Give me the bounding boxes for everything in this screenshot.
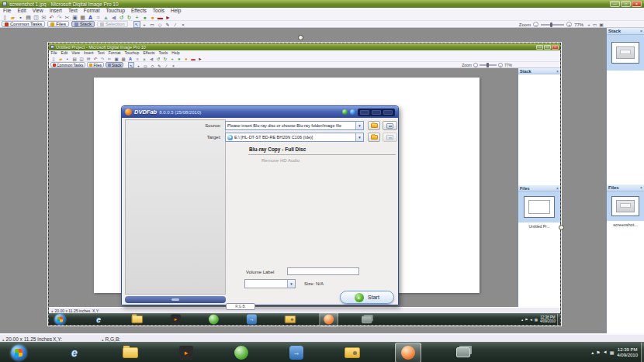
common-tasks-tab[interactable]: Common Tasks bbox=[2, 21, 45, 27]
tray-icon: ⚑ bbox=[525, 318, 528, 322]
source-label: Source: bbox=[167, 123, 221, 128]
taskbar-app-icon[interactable]: e bbox=[68, 346, 81, 360]
toolbar-icon[interactable]: ● bbox=[149, 14, 156, 21]
toolbar-icon[interactable]: + bbox=[133, 14, 140, 21]
folder-icon bbox=[371, 135, 378, 140]
close-button[interactable]: × bbox=[632, 1, 642, 7]
zoom-in-button[interactable]: + bbox=[566, 22, 572, 27]
stack-thumbnail[interactable] bbox=[611, 42, 639, 64]
file-thumbnail-label: Untitled Pr... bbox=[518, 224, 560, 229]
panel-title: Files bbox=[520, 186, 530, 191]
maximize-button: □ bbox=[544, 45, 551, 50]
toolbar-icon[interactable]: ↺ bbox=[118, 14, 125, 21]
zoom-slider[interactable] bbox=[541, 24, 564, 26]
toolbar-icon[interactable]: ↻ bbox=[126, 14, 133, 21]
inner-task-toolbar: Common Tasks Files Stack ↖+▭◇✎∕× Zoom – … bbox=[49, 62, 560, 68]
close-icon[interactable]: × bbox=[640, 29, 642, 33]
toolbar-icon[interactable]: ≡ bbox=[95, 14, 102, 21]
tray-icon[interactable]: ▦ bbox=[610, 350, 615, 355]
toolbar-icon: ◫ bbox=[78, 56, 85, 62]
toolbar-icon[interactable]: ◀ bbox=[110, 14, 117, 21]
rotate-selection-handle[interactable] bbox=[298, 35, 303, 40]
taskbar-app-icon[interactable] bbox=[401, 346, 415, 360]
show-desktop-strip[interactable] bbox=[641, 343, 644, 362]
tool-icon[interactable]: ✎ bbox=[164, 21, 171, 28]
tray-icon: ▦ bbox=[535, 318, 538, 322]
taskbar-app-icon[interactable] bbox=[11, 345, 26, 360]
toolbar-icon[interactable]: ▣ bbox=[71, 14, 78, 21]
window-controls: — □ × bbox=[610, 1, 642, 7]
inner-stack-panel-header: Stack × bbox=[518, 68, 560, 74]
toolbar-icon[interactable]: ▦ bbox=[79, 14, 86, 21]
fit-page-icon[interactable]: ▭ bbox=[593, 22, 597, 27]
minimize-button[interactable]: — bbox=[610, 1, 620, 7]
zoom-out-button[interactable]: – bbox=[533, 22, 538, 27]
tab-label: Stack bbox=[112, 63, 122, 67]
toolbar-icon: ↷ bbox=[99, 56, 106, 62]
taskbar-app-icon[interactable]: ▸ bbox=[179, 346, 193, 360]
toolbar-icon[interactable]: ▪ bbox=[17, 14, 24, 21]
tool-icon[interactable]: + bbox=[141, 21, 148, 28]
taskbar-app-icon[interactable] bbox=[234, 346, 248, 360]
toolbar-icon[interactable]: ↶ bbox=[48, 14, 55, 21]
stack-tab[interactable]: Stack bbox=[71, 21, 95, 27]
inner-taskbar-icons: e▸→ bbox=[49, 314, 372, 325]
inner-window-title: Untitled Project - Microsoft Digital Ima… bbox=[56, 45, 536, 50]
taskbar-app-icon bbox=[285, 315, 296, 323]
toolbar-icon[interactable]: ✂ bbox=[64, 14, 71, 21]
toolbar-icon[interactable]: A bbox=[87, 14, 94, 21]
toolbar-icon[interactable]: ↷ bbox=[56, 14, 63, 21]
target-value: E:\ [HL-DT-ST BD-RE BH20N C106 (Ide)] bbox=[233, 135, 355, 140]
tool-icon: ◇ bbox=[149, 62, 155, 68]
tab-label: Files bbox=[93, 63, 102, 67]
tray-date: 4/09/2010 bbox=[540, 319, 556, 323]
toolbar-icon[interactable]: ● bbox=[141, 14, 148, 21]
toolbar-icon[interactable]: ✉ bbox=[40, 14, 47, 21]
toolbar-icon[interactable]: ▲ bbox=[102, 14, 109, 21]
tool-icon[interactable]: ◇ bbox=[157, 21, 164, 28]
close-icon[interactable]: × bbox=[640, 185, 642, 190]
desktop: screenshot 1.jpg - Microsoft Digital Ima… bbox=[0, 0, 644, 362]
taskbar-icons: e▸→ bbox=[0, 345, 470, 360]
inner-status-bar: ▴20.00 x 11.25 inches X,Y: bbox=[49, 307, 560, 313]
toolbar-icon[interactable]: ▰ bbox=[9, 14, 16, 21]
pan-icon[interactable]: + bbox=[587, 22, 590, 27]
common-tasks-tab: Common Tasks bbox=[50, 62, 85, 67]
sidebar-collapse-bar bbox=[125, 296, 226, 303]
files-tab: Files bbox=[87, 62, 104, 67]
file-thumbnail[interactable] bbox=[611, 196, 639, 216]
tray-icon[interactable]: ⚑ bbox=[596, 350, 600, 355]
taskbar-app-icon[interactable] bbox=[456, 347, 470, 357]
tool-icon[interactable]: ▭ bbox=[149, 21, 156, 28]
taskbar-app-icon[interactable]: → bbox=[289, 346, 303, 360]
tray-icon[interactable]: ◄ bbox=[603, 350, 608, 355]
clock[interactable]: 12:39 PM 4/09/2010 bbox=[617, 347, 638, 358]
outer-task-toolbar: Common Tasks Files Stack Selection ↖+▭◇✎… bbox=[0, 21, 644, 28]
actual-size-icon[interactable]: ▣ bbox=[599, 22, 604, 27]
tool-icon[interactable]: × bbox=[180, 21, 187, 28]
xy-status: X,Y: bbox=[53, 336, 62, 342]
tab-label: Files bbox=[56, 22, 66, 26]
tray-icon[interactable]: ▴ bbox=[591, 350, 594, 355]
files-tab[interactable]: Files bbox=[47, 21, 69, 27]
toolbar-icon: ↺ bbox=[155, 56, 161, 62]
selected-image-screenshot[interactable]: Untitled Project - Microsoft Digital Ima… bbox=[48, 43, 561, 326]
zoom-slider-thumb[interactable] bbox=[550, 22, 552, 27]
selection-tab: Selection bbox=[97, 21, 128, 27]
taskbar-app-icon[interactable] bbox=[345, 347, 360, 358]
toolbar-icon[interactable]: ► bbox=[164, 14, 171, 21]
toolbar-icon[interactable]: ◫ bbox=[33, 14, 40, 21]
taskbar-app-icon[interactable] bbox=[123, 347, 138, 358]
target-browse-folder-button bbox=[368, 133, 380, 142]
resize-handle-right[interactable] bbox=[559, 225, 564, 230]
tool-icon[interactable]: ↖ bbox=[133, 21, 140, 28]
titlebar-button-group bbox=[358, 109, 395, 116]
toolbar-icon[interactable]: ▬ bbox=[157, 14, 164, 21]
tool-icon[interactable]: ∕ bbox=[172, 21, 179, 28]
show-desktop-strip bbox=[557, 314, 560, 325]
volume-label-caption: Volume Label bbox=[246, 270, 286, 274]
toolbar-icon[interactable]: ▯ bbox=[2, 14, 9, 21]
toolbar-icon[interactable]: ▤ bbox=[25, 14, 32, 21]
connection-status-icon bbox=[342, 109, 348, 115]
maximize-button[interactable]: □ bbox=[621, 1, 631, 7]
